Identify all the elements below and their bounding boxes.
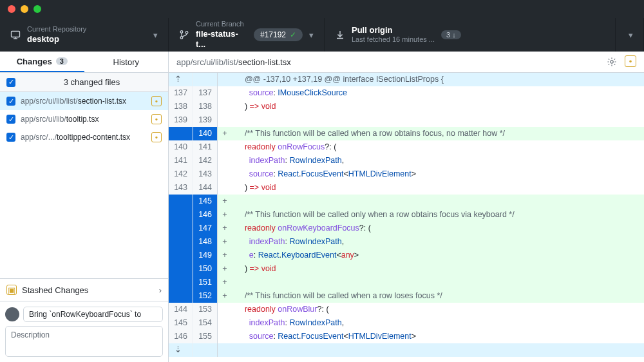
pull-dropdown[interactable]: ▾ <box>616 18 644 52</box>
file-path: app/src/ui/lib/tooltip.tsx <box>21 115 146 124</box>
files-header-text: 3 changed files <box>22 77 162 87</box>
tab-history[interactable]: History <box>84 52 169 72</box>
chevron-down-icon: ▾ <box>629 30 633 40</box>
diff-line[interactable]: 143144 ) => void <box>169 181 644 195</box>
diff-line[interactable]: 140141 readonly onRowFocus?: ( <box>169 140 644 154</box>
changes-count-badge: 3 <box>56 57 68 65</box>
main: Changes 3 History ✓ 3 changed files ✓ ap… <box>0 52 644 362</box>
diff-line[interactable]: 146+ /** This function will be called on… <box>169 208 644 222</box>
file-path: app/src/ui/lib/list/section-list.tsx <box>21 97 146 106</box>
file-path: app/src/.../tooltipped-content.tsx <box>21 133 146 142</box>
check-icon: ✓ <box>290 30 296 39</box>
window-zoom[interactable] <box>33 5 41 13</box>
gear-icon[interactable] <box>605 55 618 68</box>
file-row[interactable]: ✓ app/src/.../tooltipped-content.tsx • <box>0 128 168 146</box>
svg-point-1 <box>180 31 183 33</box>
commit-description-input[interactable]: Description <box>5 326 163 357</box>
diff-line[interactable]: 137137 source: IMouseClickSource <box>169 86 644 100</box>
pull-sub: Last fetched 16 minutes ... <box>352 35 435 44</box>
chevron-down-icon: ▾ <box>309 30 314 40</box>
sidebar-tabs: Changes 3 History <box>0 52 168 73</box>
diff-line[interactable]: 138138 ) => void <box>169 100 644 113</box>
avatar <box>5 307 19 321</box>
diff-line[interactable]: 147+ readonly onRowKeyboardFocus?: ( <box>169 222 644 235</box>
branch-sub: Current Branch <box>196 20 247 29</box>
diff-line[interactable]: 151+ <box>169 276 644 289</box>
titlebar <box>0 0 644 18</box>
select-all-checkbox[interactable]: ✓ <box>6 78 15 87</box>
stashed-changes[interactable]: ▣ Stashed Changes › <box>0 278 168 301</box>
expand-up-icon[interactable]: ⇡ <box>169 73 193 86</box>
files-header: ✓ 3 changed files <box>0 73 168 92</box>
file-checkbox[interactable]: ✓ <box>6 97 15 106</box>
file-list: ✓ app/src/ui/lib/list/section-list.tsx •… <box>0 92 168 146</box>
tab-changes[interactable]: Changes 3 <box>0 52 84 72</box>
expand-down-icon[interactable]: ⇣ <box>169 343 193 357</box>
window-minimize[interactable] <box>21 5 28 13</box>
diff-line[interactable]: 149+ e: React.KeyboardEvent<any> <box>169 249 644 262</box>
device-desktop-icon <box>10 30 21 40</box>
svg-point-3 <box>185 32 188 34</box>
diff-line[interactable]: 144153 readonly onRowBlur?: ( <box>169 303 644 316</box>
repo-sub: Current Repository <box>27 25 86 34</box>
repo-name: desktop <box>27 34 86 44</box>
file-checkbox[interactable]: ✓ <box>6 133 15 142</box>
pull-button[interactable]: Pull origin Last fetched 16 minutes ... … <box>325 18 616 52</box>
breadcrumb: app/src/ui/lib/list/section-list.tsx <box>176 57 291 67</box>
pr-pill[interactable]: #17192 ✓ <box>254 28 303 41</box>
diff-line[interactable]: 142143 source: React.FocusEvent<HTMLDivE… <box>169 167 644 181</box>
download-icon <box>335 30 345 40</box>
diff-line[interactable]: 152+ /** This function will be called wh… <box>169 289 644 303</box>
diff-body[interactable]: ⇡ @@ -137,10 +137,19 @@ interface ISecti… <box>169 73 644 362</box>
commit-summary-input[interactable]: Bring `onRowKeyboardFocus` to <box>23 307 163 322</box>
svg-rect-0 <box>12 32 20 37</box>
pull-badge: 3 ↓ <box>441 30 461 39</box>
modified-chip: • <box>625 55 636 67</box>
diff-line[interactable]: 145+ <box>169 195 644 208</box>
toolbar: Current Repository desktop ▾ Current Bra… <box>0 18 644 52</box>
stash-icon: ▣ <box>6 285 17 295</box>
file-row[interactable]: ✓ app/src/ui/lib/tooltip.tsx • <box>0 110 168 128</box>
diff-line[interactable]: 146155 source: React.FocusEvent<HTMLDivE… <box>169 330 644 343</box>
window-close[interactable] <box>8 5 15 13</box>
branch-selector[interactable]: Current Branch file-status-t... #17192 ✓… <box>169 18 325 52</box>
chevron-down-icon: ▾ <box>153 30 158 40</box>
modified-chip: • <box>151 96 162 106</box>
diff-line[interactable]: 141142 indexPath: RowIndexPath, <box>169 154 644 167</box>
branch-name: file-status-t... <box>196 29 247 50</box>
modified-chip: • <box>151 132 162 142</box>
file-row[interactable]: ✓ app/src/ui/lib/list/section-list.tsx • <box>0 92 168 110</box>
git-branch-icon <box>179 30 189 40</box>
diff-line[interactable]: 139139 <box>169 113 644 127</box>
svg-point-2 <box>180 37 183 39</box>
commit-form: Bring `onRowKeyboardFocus` to Descriptio… <box>0 301 168 362</box>
pull-title: Pull origin <box>352 25 435 35</box>
file-checkbox[interactable]: ✓ <box>6 115 15 124</box>
sidebar: Changes 3 History ✓ 3 changed files ✓ ap… <box>0 52 169 362</box>
chevron-right-icon: › <box>159 285 162 295</box>
svg-point-4 <box>611 61 613 63</box>
diff-line[interactable]: 150+ ) => void <box>169 262 644 276</box>
diff-header: app/src/ui/lib/list/section-list.tsx • <box>169 52 644 73</box>
diff-line[interactable]: 148+ indexPath: RowIndexPath, <box>169 235 644 249</box>
diff-line[interactable]: 145154 indexPath: RowIndexPath, <box>169 316 644 330</box>
modified-chip: • <box>151 114 162 124</box>
repo-selector[interactable]: Current Repository desktop ▾ <box>0 18 169 52</box>
diff-line[interactable]: 140+ /** This function will be called wh… <box>169 127 644 140</box>
diff-panel: app/src/ui/lib/list/section-list.tsx • ⇡… <box>169 52 644 362</box>
